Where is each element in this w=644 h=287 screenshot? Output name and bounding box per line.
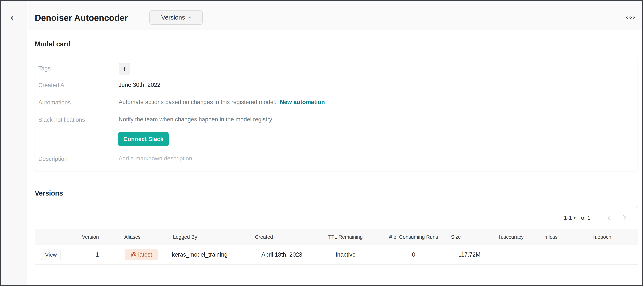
created-at-label: Created At [38, 82, 66, 89]
alias-latest-badge[interactable]: @ latest [125, 249, 158, 260]
column-header-consuming-runs[interactable]: # of Consuming Runs [386, 234, 441, 240]
model-card-heading: Model card [35, 40, 70, 48]
chevron-down-icon: ▾ [189, 15, 191, 19]
table-row: View 1 @ latest keras_model_training Apr… [35, 245, 638, 265]
table-header-row: Version Aliases Logged By Created TTL Re… [35, 229, 638, 245]
column-header-created[interactable]: Created [255, 234, 273, 240]
slack-description: Notify the team when changes happen in t… [118, 116, 273, 123]
overflow-menu-button[interactable] [626, 16, 635, 18]
automations-label: Automations [38, 99, 71, 106]
pagination-next-button[interactable] [620, 213, 629, 222]
add-tag-button[interactable]: + [118, 63, 130, 75]
pagination-prev-button[interactable] [605, 213, 614, 222]
page-header: Denoiser Autoencoder Versions ▾ [28, 1, 642, 30]
automations-description: Automate actions based on changes in thi… [118, 99, 276, 105]
cell-created: April 18th, 2023 [262, 251, 302, 258]
plus-icon: + [122, 65, 126, 72]
model-card: Tags + Created At June 30th, 2022 Automa… [35, 58, 638, 171]
column-header-h-accuracy[interactable]: h.accuracy [499, 234, 524, 240]
column-header-aliases[interactable]: Aliases [124, 234, 140, 240]
back-button[interactable]: ← [8, 12, 20, 24]
versions-dropdown-button[interactable]: Versions ▾ [150, 10, 203, 25]
tags-label: Tags [38, 65, 50, 72]
automations-row: Automate actions based on changes in thi… [118, 99, 325, 106]
connect-slack-button[interactable]: Connect Slack [118, 132, 168, 146]
column-header-h-loss[interactable]: h.loss [544, 234, 558, 240]
versions-table-card: 1-1 ▾ of 1 Version Aliases Logged By Cre… [35, 206, 638, 286]
cell-consuming-runs: 0 [386, 251, 441, 258]
column-header-size[interactable]: Size [451, 234, 461, 240]
versions-heading: Versions [35, 189, 63, 197]
column-header-version[interactable]: Version [63, 234, 99, 240]
model-registry-page: ← Denoiser Autoencoder Versions ▾ Model … [0, 0, 644, 287]
column-header-h-epoch[interactable]: h.epoch [593, 234, 611, 240]
dot-icon [633, 16, 635, 18]
dot-icon [626, 16, 628, 18]
description-placeholder[interactable]: Add a markdown description... [118, 155, 197, 162]
slack-notifications-label: Slack notifications [38, 116, 85, 123]
column-header-ttl-remaining[interactable]: TTL Remaining [328, 234, 363, 240]
column-header-logged-by[interactable]: Logged By [173, 234, 197, 240]
view-version-button[interactable]: View [41, 249, 61, 260]
cell-logged-by[interactable]: keras_model_training [172, 251, 228, 258]
pagination-total: of 1 [581, 215, 590, 221]
new-automation-link[interactable]: New automation [280, 99, 325, 105]
cell-version: 1 [63, 251, 99, 258]
chevron-right-icon [621, 214, 628, 222]
cell-ttl-remaining: Inactive [336, 251, 356, 258]
pagination-range-dropdown[interactable]: 1-1 ▾ [564, 215, 576, 221]
left-rail: ← [1, 1, 27, 285]
chevron-left-icon [606, 214, 613, 222]
dot-icon [630, 16, 632, 18]
chevron-down-icon: ▾ [574, 216, 576, 220]
cell-size: 117.72MB [458, 251, 481, 258]
versions-dropdown-label: Versions [161, 14, 185, 21]
description-label: Description [38, 156, 68, 162]
back-arrow-icon: ← [11, 13, 18, 22]
created-at-value: June 30th, 2022 [118, 81, 160, 88]
pagination-range: 1-1 [564, 215, 572, 221]
page-title: Denoiser Autoencoder [35, 13, 128, 23]
